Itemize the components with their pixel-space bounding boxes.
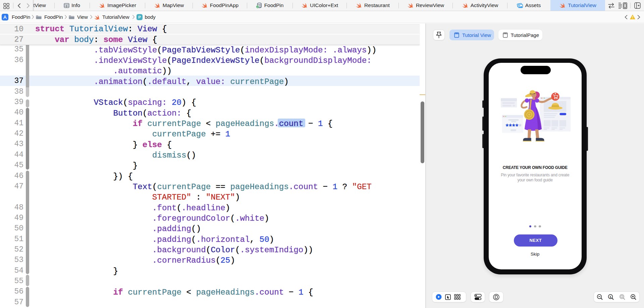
svg-text:1: 1 [610, 295, 612, 298]
svg-text:P: P [138, 15, 141, 19]
